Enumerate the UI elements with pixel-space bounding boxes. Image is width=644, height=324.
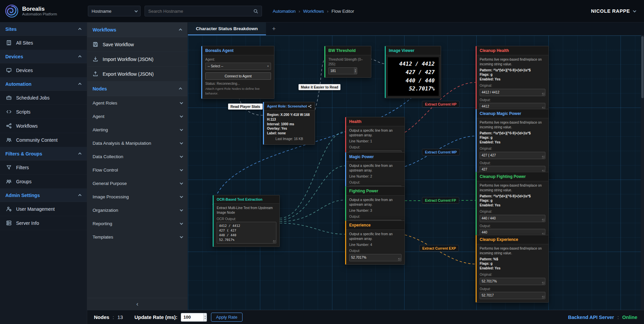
export-workflow-button[interactable]: Export Workflow (JSON) <box>87 67 187 81</box>
node-category-organization[interactable]: Organization <box>87 203 187 217</box>
flow-node-cleanup-health[interactable]: Cleanup Health Performs live regex-based… <box>476 46 549 114</box>
panel-collapse-button[interactable]: ‹ <box>87 298 187 310</box>
category-label: Agent Roles <box>93 101 117 106</box>
sidebar-item-label: Scripts <box>16 109 31 115</box>
spinner-down-icon[interactable]: ▾ <box>205 317 206 320</box>
chevron-up-icon <box>179 28 182 32</box>
node-title-text: BW Threshold <box>328 48 356 53</box>
export-icon <box>93 71 98 77</box>
node-category-image-processing[interactable]: Image Processing <box>87 190 187 203</box>
edge-label-extract-current-mp[interactable]: Extract Current MP <box>422 149 460 155</box>
agent-select[interactable]: -- Select -- ▾ <box>205 63 271 70</box>
chevron-down-icon <box>180 101 183 104</box>
sidebar-section-automation[interactable]: Automation <box>0 77 87 91</box>
node-category-data-collection[interactable]: Data Collection <box>87 150 187 163</box>
flow-node-experience[interactable]: Experience Output a specific line from a… <box>345 220 405 265</box>
node-category-templates[interactable]: Templates <box>87 230 187 244</box>
region-text: Region: X:200 Y:418 W:168 H:113 <box>267 113 312 122</box>
sidebar-item-devices[interactable]: Devices <box>0 63 87 77</box>
user-menu[interactable]: NICOLE RAPPE <box>591 8 635 14</box>
node-category-flow-control[interactable]: Flow Control <box>87 163 187 177</box>
sidebar-item-server-info[interactable]: Server Info <box>0 216 87 230</box>
sidebar-item-workflows[interactable]: Workflows <box>0 119 87 133</box>
search-input[interactable] <box>148 9 253 14</box>
share-icon[interactable] <box>308 105 312 108</box>
sidebar-section-filters-groups[interactable]: Filters & Groups <box>0 147 87 160</box>
spinner-buttons[interactable]: ▴▾ <box>203 313 207 321</box>
flow-node-borealis-agent[interactable]: Borealis Agent Agent: -- Select -- ▾ Con… <box>201 46 274 99</box>
spinner-up-icon[interactable]: ▴ <box>205 315 206 317</box>
import-workflow-button[interactable]: Import Workflow (JSON) <box>87 52 187 67</box>
building-icon <box>6 40 12 46</box>
flow-node-cleanup-fighting-power[interactable]: Cleanup Fighting Power Performs live reg… <box>476 172 549 240</box>
flow-node-ocr-text-extraction[interactable]: OCR-Based Text Extraction Extract Multi-… <box>213 195 280 247</box>
note-make-it-easier-to-read[interactable]: Make it Easier to Read <box>299 84 340 90</box>
workflows-panel-header[interactable]: Workflows <box>87 22 187 37</box>
original-value-field[interactable]: 440 / 440 <box>480 215 545 222</box>
flow-node-bw-threshold[interactable]: BW Threshold Threshold Strength (0–255):… <box>324 46 371 78</box>
people-icon <box>6 137 12 143</box>
sidebar-section-sites[interactable]: Sites <box>0 22 87 36</box>
output-value-field[interactable]: 52.7017% <box>349 254 401 261</box>
threshold-strength-input[interactable]: 181 ▴▾ <box>328 67 357 75</box>
node-title: OCR-Based Text Extraction <box>214 195 279 204</box>
output-value-field[interactable]: 52.7017 <box>480 292 545 299</box>
flow-node-image-viewer[interactable]: Image Viewer 4412 / 4412 427 / 427 440 /… <box>385 46 441 98</box>
ocr-output-field[interactable]: 4412 / 4412 427 { 427 440 / 440 52.7017% <box>217 222 276 244</box>
sidebar-item-community-content[interactable]: Community Content <box>0 133 87 147</box>
nodes-panel-header[interactable]: Nodes <box>87 81 187 96</box>
flow-canvas[interactable]: Borealis Agent Agent: -- Select -- ▾ Con… <box>188 36 644 310</box>
node-category-general-purpose[interactable]: General Purpose <box>87 177 187 190</box>
flow-node-agent-role-screenshot[interactable]: Agent Role: Screenshot Region: X:200 Y:4… <box>263 102 315 145</box>
node-category-agent-roles[interactable]: Agent Roles <box>87 96 187 110</box>
output-label: Output: <box>349 249 401 253</box>
node-category-alerting[interactable]: Alerting <box>87 123 187 136</box>
update-rate-input[interactable]: 100 ▴▾ <box>181 313 207 322</box>
spinner-down-icon[interactable]: ▾ <box>355 71 356 73</box>
agent-hint-text: Attach Agent Role Nodes to define live b… <box>205 86 271 95</box>
flow-node-cleanup-experience[interactable]: Cleanup Experience Performs live regex-b… <box>476 235 549 303</box>
sidebar-item-scheduled-jobs[interactable]: Scheduled Jobs <box>0 91 87 105</box>
node-category-reporting[interactable]: Reporting <box>87 217 187 230</box>
flags-text: Flags: g <box>480 198 545 203</box>
save-workflow-button[interactable]: Save Workflow <box>87 37 187 52</box>
pattern-text: Pattern: %$ <box>480 257 545 262</box>
sidebar-item-scripts[interactable]: Scripts <box>0 105 87 119</box>
add-tab-button[interactable]: + <box>266 22 282 35</box>
sidebar-item-label: Scheduled Jobs <box>16 95 50 101</box>
image-viewer-line: 4412 / 4412 <box>392 60 435 68</box>
output-label: Output: <box>480 287 545 291</box>
nodes-count-label: Nodes <box>94 314 109 320</box>
sidebar-section-devices[interactable]: Devices <box>0 50 87 63</box>
node-body: Performs live regex-based find/replace o… <box>477 244 548 302</box>
sidebar-item-user-management[interactable]: User Management <box>0 202 87 216</box>
sidebar-section-admin-settings[interactable]: Admin Settings <box>0 189 87 202</box>
original-value-field[interactable]: 4412 / 4412 <box>480 89 545 96</box>
sidebar-item-all-sites[interactable]: All Sites <box>0 36 87 50</box>
original-value-field[interactable]: 52.7017% <box>480 278 545 285</box>
interval-text: Interval: 1000 ms <box>267 122 312 127</box>
node-category-agent[interactable]: Agent <box>87 110 187 123</box>
node-category-data-analysis[interactable]: Data Analysis & Manipulation <box>87 136 187 150</box>
node-title: Magic Power <box>346 152 405 161</box>
edge-label-extract-current-exp[interactable]: Extract Current EXP <box>419 245 459 252</box>
sidebar-item-filters[interactable]: Filters <box>0 160 87 175</box>
note-read-player-stats[interactable]: Read Player Stats <box>228 104 263 110</box>
apply-rate-button[interactable]: Apply Rate <box>211 313 243 322</box>
canvas-vertical-scrollbar[interactable] <box>641 36 644 310</box>
breadcrumb-workflows[interactable]: Workflows <box>303 9 324 14</box>
edge-label-extract-current-fp[interactable]: Extract Current FP <box>422 197 459 204</box>
connect-to-agent-button[interactable]: Connect to Agent <box>205 72 271 80</box>
flow-node-cleanup-magic-power[interactable]: Cleanup Magic Power Performs live regex-… <box>476 109 549 177</box>
breadcrumb-automation[interactable]: Automation <box>273 9 296 14</box>
edge-label-extract-current-hp[interactable]: Extract Current HP <box>422 101 460 108</box>
scrollbar-thumb[interactable] <box>641 36 644 98</box>
search-icon[interactable] <box>253 9 258 14</box>
original-value-field[interactable]: 427 { 427 <box>480 152 545 159</box>
tab-character-status-breakdown[interactable]: Character Status Breakdown <box>188 22 266 35</box>
hostname-selector[interactable]: Hostname <box>88 6 141 16</box>
chevron-down-icon <box>135 9 138 12</box>
spinner-up-icon[interactable]: ▴ <box>355 69 356 71</box>
spinner-buttons[interactable]: ▴▾ <box>354 68 357 74</box>
sidebar-item-groups[interactable]: Groups <box>0 175 87 189</box>
